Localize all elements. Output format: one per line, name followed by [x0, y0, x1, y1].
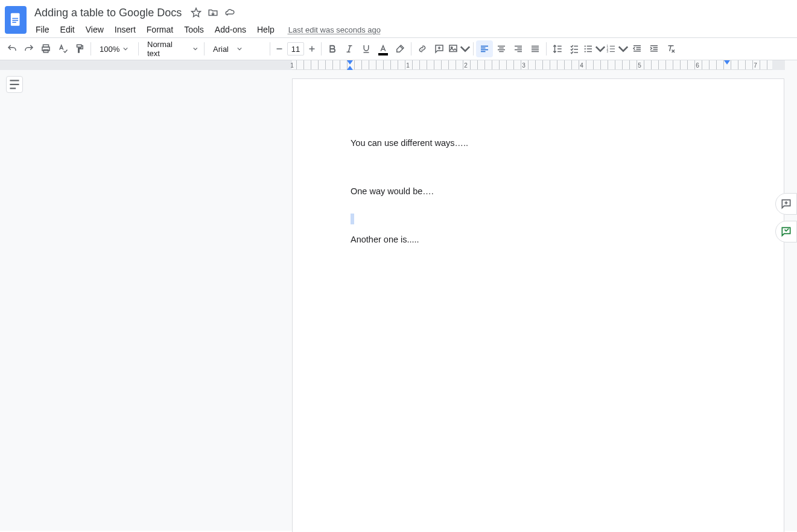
document-page[interactable]: You can use different ways….. One way wo…: [292, 78, 784, 532]
menu-format[interactable]: Format: [142, 22, 177, 37]
svg-rect-45: [587, 48, 592, 49]
increase-indent-button[interactable]: [646, 40, 662, 57]
text-color-swatch: [378, 53, 388, 55]
svg-point-42: [585, 48, 586, 49]
paragraph-style-value: Normal text: [147, 40, 185, 58]
ruler-tick: 5: [638, 62, 641, 69]
paragraph-style-select[interactable]: Normal text: [141, 40, 202, 57]
ruler-hanging-indent-marker[interactable]: [347, 66, 353, 70]
font-size-decrease[interactable]: [273, 40, 286, 57]
ruler-indent-left-marker[interactable]: [347, 60, 353, 65]
svg-text:3: 3: [607, 50, 609, 53]
text-color-button[interactable]: [375, 40, 392, 57]
suggest-icon: [780, 226, 792, 238]
add-comment-button[interactable]: [431, 40, 448, 57]
ruler-indent-right-marker[interactable]: [724, 60, 730, 65]
chevron-down-icon: [595, 43, 606, 54]
docs-logo[interactable]: [5, 6, 27, 34]
star-icon[interactable]: [191, 7, 202, 18]
right-rail: [775, 193, 797, 242]
svg-marker-4: [192, 8, 201, 17]
checklist-button[interactable]: [566, 40, 583, 57]
chevron-down-icon: [193, 46, 198, 51]
clear-formatting-button[interactable]: [662, 40, 679, 57]
insert-link-button[interactable]: [414, 40, 431, 57]
svg-rect-0: [11, 13, 20, 26]
align-justify-button[interactable]: [527, 40, 544, 57]
redo-button[interactable]: [21, 40, 37, 57]
ruler-margin-left: [0, 60, 292, 70]
menu-bar: File Edit View Insert Format Tools Add-o…: [31, 22, 792, 37]
menu-file[interactable]: File: [31, 22, 54, 37]
svg-rect-44: [587, 46, 592, 47]
document-line[interactable]: You can use different ways…..: [351, 137, 726, 150]
highlight-color-button[interactable]: [392, 40, 408, 57]
undo-button[interactable]: [4, 40, 21, 57]
outline-icon: [7, 77, 22, 92]
underline-button[interactable]: [358, 40, 375, 57]
bold-button[interactable]: [324, 40, 341, 57]
insert-image-button[interactable]: [448, 40, 471, 57]
left-rail: [6, 76, 23, 93]
svg-rect-2: [12, 20, 18, 21]
document-line[interactable]: One way would be….: [351, 185, 726, 198]
svg-line-11: [349, 46, 351, 52]
italic-button[interactable]: [341, 40, 358, 57]
last-edit-link[interactable]: Last edit was seconds ago: [288, 25, 381, 34]
workspace: 1 1 2 3 4 5 6 7 You can use different wa…: [0, 60, 797, 531]
ruler-tick: 1: [290, 62, 294, 69]
ruler-margin-right: [772, 60, 785, 70]
docs-icon: [10, 12, 22, 28]
menu-tools[interactable]: Tools: [180, 22, 208, 37]
decrease-indent-button[interactable]: [629, 40, 646, 57]
paint-format-button[interactable]: [71, 40, 88, 57]
svg-rect-17: [449, 45, 457, 52]
svg-point-43: [585, 51, 586, 52]
menu-edit[interactable]: Edit: [56, 22, 79, 37]
align-left-button[interactable]: [476, 40, 493, 57]
menu-insert[interactable]: Insert: [110, 22, 140, 37]
menu-view[interactable]: View: [81, 22, 108, 37]
menu-help[interactable]: Help: [253, 22, 279, 37]
chevron-down-icon: [460, 43, 471, 54]
ruler-tick: 2: [464, 62, 468, 69]
line-spacing-button[interactable]: [549, 40, 566, 57]
spellcheck-button[interactable]: [54, 40, 71, 57]
toolbar: 100% Normal text Arial 123: [0, 37, 797, 60]
chevron-down-icon: [618, 43, 629, 54]
font-family-select[interactable]: Arial: [207, 40, 267, 57]
ruler-tick: 4: [580, 62, 583, 69]
svg-rect-3: [12, 22, 16, 23]
document-title[interactable]: Adding a table to Google Docs: [31, 5, 185, 21]
zoom-value: 100%: [100, 45, 119, 54]
chevron-down-icon: [123, 46, 128, 51]
svg-rect-1: [12, 18, 18, 19]
zoom-select[interactable]: 100%: [94, 40, 136, 57]
chevron-down-icon: [237, 46, 242, 51]
font-size-input[interactable]: [287, 42, 304, 55]
header: Adding a table to Google Docs File Edit …: [0, 0, 797, 37]
comment-plus-icon: [780, 198, 792, 210]
document-line[interactable]: Another one is.....: [351, 233, 726, 247]
print-button[interactable]: [37, 40, 54, 57]
bulleted-list-button[interactable]: [583, 40, 606, 57]
cloud-status-icon[interactable]: [224, 7, 235, 18]
svg-rect-46: [587, 51, 592, 52]
text-cursor: [351, 214, 354, 224]
document-outline-button[interactable]: [6, 76, 23, 93]
align-center-button[interactable]: [493, 40, 510, 57]
font-size-control: [273, 40, 319, 57]
ruler-tick: 7: [754, 62, 757, 69]
svg-point-41: [585, 45, 586, 46]
numbered-list-button[interactable]: 123: [606, 40, 629, 57]
horizontal-ruler[interactable]: 1 1 2 3 4 5 6 7: [0, 60, 785, 70]
ruler-tick: 1: [406, 62, 410, 69]
title-area: Adding a table to Google Docs File Edit …: [31, 5, 792, 37]
font-size-increase[interactable]: [305, 40, 319, 57]
align-right-button[interactable]: [510, 40, 527, 57]
suggest-edits-side-button[interactable]: [775, 221, 797, 242]
move-icon[interactable]: [208, 7, 218, 18]
ruler-tick: 6: [696, 62, 699, 69]
menu-addons[interactable]: Add-ons: [211, 22, 250, 37]
add-comment-side-button[interactable]: [775, 193, 797, 215]
